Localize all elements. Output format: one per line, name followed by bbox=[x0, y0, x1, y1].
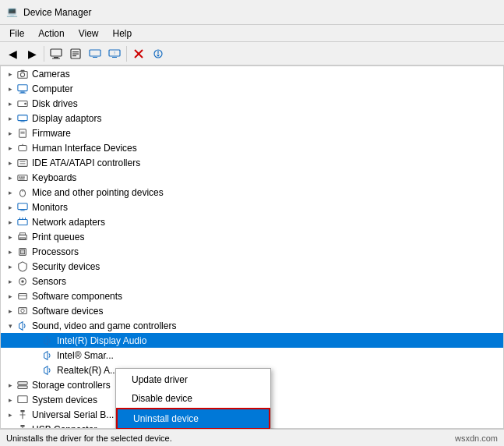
tree-arrow-monitors[interactable] bbox=[4, 201, 16, 214]
tree-arrow-keyboards[interactable] bbox=[4, 172, 16, 184]
tree-arrow-system-devices[interactable] bbox=[4, 394, 16, 406]
tree-label-sound-video: Sound, video and game controllers bbox=[32, 320, 503, 331]
tree-item-keyboards[interactable]: Keyboards bbox=[1, 170, 503, 185]
tree-arrow-storage-controllers[interactable] bbox=[4, 379, 16, 391]
tree-item-ide-ata[interactable]: IDE ATA/ATAPI controllers bbox=[1, 155, 503, 170]
status-brand: wsxdn.com bbox=[455, 434, 498, 443]
menu-action[interactable]: Action bbox=[32, 27, 70, 41]
svg-rect-6 bbox=[72, 55, 76, 56]
svg-rect-22 bbox=[19, 92, 26, 93]
tree-arrow-security-devices[interactable] bbox=[4, 260, 16, 273]
tree-label-print-queues: Print queues bbox=[32, 232, 503, 242]
tree-arrow-firmware[interactable] bbox=[4, 127, 16, 140]
svg-rect-49 bbox=[20, 232, 26, 235]
computer-icon-btn[interactable] bbox=[47, 44, 65, 63]
tree-item-security-devices[interactable]: Security devices bbox=[1, 259, 503, 274]
scan-icon-btn[interactable] bbox=[149, 44, 167, 63]
tree-arrow-display-adaptors[interactable] bbox=[4, 112, 16, 125]
svg-marker-16 bbox=[157, 55, 160, 57]
cameras-icon bbox=[16, 68, 29, 80]
forward-button[interactable]: ▶ bbox=[23, 44, 41, 63]
svg-point-58 bbox=[21, 309, 24, 312]
uninstall-icon-btn[interactable] bbox=[129, 44, 148, 63]
svg-rect-65 bbox=[18, 395, 27, 402]
tree-item-software-devices[interactable]: Software devices bbox=[1, 303, 503, 318]
tree-arrow-mice[interactable] bbox=[4, 186, 16, 199]
tree-label-software-devices: Software devices bbox=[32, 306, 503, 317]
intel-display-audio-icon bbox=[41, 334, 54, 347]
tree-item-mice[interactable]: Mice and other pointing devices bbox=[1, 185, 503, 200]
svg-marker-61 bbox=[44, 351, 48, 359]
svg-point-18 bbox=[20, 73, 24, 76]
menu-bar: File Action View Help bbox=[0, 25, 504, 42]
svg-rect-25 bbox=[18, 115, 27, 120]
tree-arrow-network-adapters[interactable] bbox=[4, 216, 16, 228]
tree-item-sensors[interactable]: Sensors bbox=[1, 274, 503, 288]
tree-item-print-queues[interactable]: Print queues bbox=[1, 229, 503, 244]
tree-item-intel-display-audio[interactable]: Intel(R) Display Audio bbox=[1, 333, 503, 348]
tree-arrow-computer[interactable] bbox=[4, 83, 16, 95]
back-button[interactable]: ◀ bbox=[3, 44, 22, 63]
tree-arrow-human-interface[interactable] bbox=[4, 142, 16, 154]
software-devices-icon bbox=[16, 305, 29, 317]
mice-icon bbox=[16, 186, 29, 199]
tree-item-cameras[interactable]: Cameras bbox=[1, 66, 503, 81]
ctx-disable-device[interactable]: Disable device bbox=[116, 389, 270, 408]
tree-arrow-print-queues[interactable] bbox=[4, 231, 16, 243]
display-adaptors-icon bbox=[16, 112, 29, 125]
tree-item-disk-drives[interactable]: Disk drives bbox=[1, 96, 503, 111]
tree-arrow-disk-drives[interactable] bbox=[4, 97, 16, 110]
tree-item-intel-smart[interactable]: Intel® Smar... bbox=[1, 348, 503, 363]
tree-arrow-sensors[interactable] bbox=[4, 275, 16, 288]
tree-arrow-software-devices[interactable] bbox=[4, 305, 16, 317]
menu-view[interactable]: View bbox=[72, 27, 105, 41]
properties-icon-btn[interactable] bbox=[66, 44, 85, 63]
svg-rect-44 bbox=[18, 219, 27, 225]
sound-video-icon bbox=[16, 320, 29, 332]
tree-item-computer[interactable]: Computer bbox=[1, 81, 503, 96]
svg-rect-10 bbox=[112, 57, 117, 58]
realtek-icon bbox=[41, 364, 54, 377]
ctx-uninstall-device[interactable]: Uninstall device bbox=[116, 408, 270, 429]
keyboards-icon bbox=[16, 172, 29, 184]
universal-serial-icon bbox=[16, 409, 29, 421]
software-components-icon bbox=[16, 290, 29, 303]
svg-rect-37 bbox=[21, 176, 23, 178]
menu-file[interactable]: File bbox=[3, 27, 30, 41]
tree-item-sound-video[interactable]: Sound, video and game controllers bbox=[1, 318, 503, 333]
tree-item-human-interface[interactable]: Human Interface Devices bbox=[1, 140, 503, 155]
tree-arrow-software-components[interactable] bbox=[4, 290, 16, 303]
display-icon-btn[interactable] bbox=[86, 44, 104, 63]
tree-item-software-components[interactable]: Software components bbox=[1, 288, 503, 303]
svg-rect-2 bbox=[52, 58, 60, 58]
tree-label-software-components: Software components bbox=[32, 291, 503, 302]
update-icon-btn[interactable]: ! bbox=[105, 44, 124, 63]
tree-item-firmware[interactable]: Firmware bbox=[1, 126, 503, 140]
svg-rect-36 bbox=[19, 176, 21, 178]
ide-ata-icon bbox=[16, 157, 29, 169]
ctx-update-driver[interactable]: Update driver bbox=[116, 370, 270, 389]
tree-arrow-cameras[interactable] bbox=[4, 68, 16, 80]
tree-arrow-universal-serial[interactable] bbox=[4, 409, 16, 421]
svg-rect-69 bbox=[20, 424, 24, 427]
tree-label-display-adaptors: Display adaptors bbox=[32, 113, 503, 124]
tree-arrow-usb-connector[interactable] bbox=[4, 423, 16, 430]
svg-rect-66 bbox=[20, 409, 24, 412]
tree-arrow-sound-video[interactable] bbox=[4, 320, 16, 332]
svg-rect-8 bbox=[93, 57, 97, 58]
disk-drives-icon bbox=[16, 97, 29, 110]
tree-label-sensors: Sensors bbox=[32, 276, 503, 287]
tree-item-display-adaptors[interactable]: Display adaptors bbox=[1, 111, 503, 126]
tree-arrow-processors[interactable] bbox=[4, 246, 16, 258]
tree-arrow-intel-smart bbox=[29, 349, 41, 362]
tree-item-monitors[interactable]: Monitors bbox=[1, 200, 503, 214]
svg-rect-43 bbox=[20, 210, 24, 211]
tree-item-network-adapters[interactable]: Network adapters bbox=[1, 214, 503, 229]
status-bar: Uninstalls the driver for the selected d… bbox=[0, 429, 504, 446]
title-bar-text: Device Manager bbox=[23, 7, 91, 18]
tree-arrow-ide-ata[interactable] bbox=[4, 157, 16, 169]
svg-marker-59 bbox=[19, 321, 23, 330]
tree-item-processors[interactable]: Processors bbox=[1, 244, 503, 259]
menu-help[interactable]: Help bbox=[107, 27, 139, 41]
svg-text:!: ! bbox=[114, 51, 115, 55]
